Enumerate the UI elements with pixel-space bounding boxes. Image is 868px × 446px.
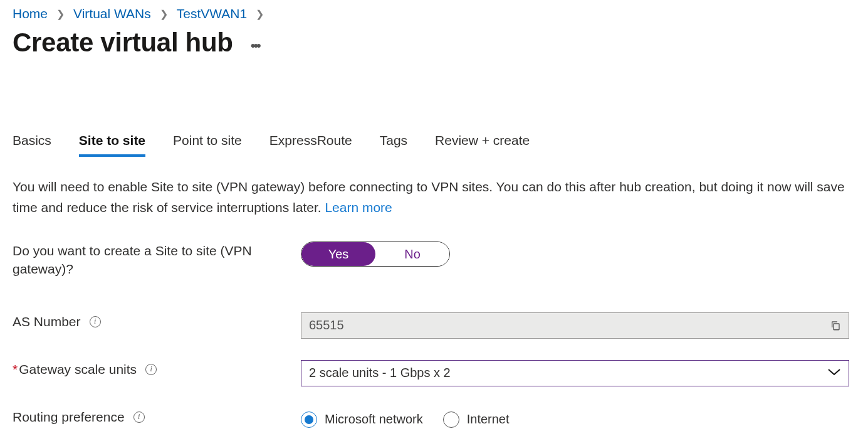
tab-description: You will need to enable Site to site (VP… bbox=[13, 177, 846, 218]
page-title-row: Create virtual hub ••• bbox=[13, 28, 849, 58]
info-icon[interactable]: i bbox=[133, 411, 145, 423]
radio-internet[interactable]: Internet bbox=[443, 411, 510, 428]
breadcrumb-home[interactable]: Home bbox=[13, 6, 48, 21]
toggle-no[interactable]: No bbox=[375, 242, 449, 266]
tab-basics[interactable]: Basics bbox=[13, 133, 51, 157]
tab-expressroute[interactable]: ExpressRoute bbox=[269, 133, 352, 157]
label-as-number: AS Number i bbox=[13, 312, 301, 331]
learn-more-link[interactable]: Learn more bbox=[325, 200, 392, 215]
control-gateway-scale: 2 scale units - 1 Gbps x 2 bbox=[301, 360, 849, 386]
control-create-gateway: Yes No bbox=[301, 242, 849, 267]
description-text: You will need to enable Site to site (VP… bbox=[13, 179, 845, 215]
radio-label: Internet bbox=[467, 412, 510, 427]
as-number-field: 65515 bbox=[301, 312, 849, 339]
label-text: *Gateway scale units bbox=[13, 360, 137, 378]
routing-radio-group: Microsoft network Internet bbox=[301, 411, 849, 428]
page-title: Create virtual hub bbox=[13, 28, 233, 58]
radio-icon bbox=[443, 411, 459, 428]
more-icon[interactable]: ••• bbox=[251, 31, 259, 54]
svg-rect-0 bbox=[834, 324, 839, 330]
row-gateway-scale: *Gateway scale units i 2 scale units - 1… bbox=[13, 360, 849, 386]
toggle-yes[interactable]: Yes bbox=[301, 242, 375, 266]
chevron-right-icon: ❯ bbox=[56, 8, 65, 20]
info-icon[interactable]: i bbox=[90, 316, 101, 327]
tabs: Basics Site to site Point to site Expres… bbox=[13, 133, 849, 157]
label-text: AS Number bbox=[13, 312, 81, 331]
chevron-right-icon: ❯ bbox=[160, 8, 168, 20]
tab-review-create[interactable]: Review + create bbox=[435, 133, 530, 157]
label-create-gateway: Do you want to create a Site to site (VP… bbox=[13, 242, 301, 279]
radio-microsoft-network[interactable]: Microsoft network bbox=[301, 411, 423, 428]
info-icon[interactable]: i bbox=[145, 364, 157, 375]
radio-label: Microsoft network bbox=[325, 412, 423, 427]
toggle-create-gateway[interactable]: Yes No bbox=[301, 242, 450, 267]
row-as-number: AS Number i 65515 bbox=[13, 312, 849, 339]
row-create-gateway: Do you want to create a Site to site (VP… bbox=[13, 242, 849, 279]
copy-icon[interactable] bbox=[830, 320, 841, 331]
chevron-down-icon bbox=[827, 366, 841, 380]
chevron-right-icon: ❯ bbox=[256, 8, 264, 20]
as-number-value: 65515 bbox=[309, 318, 344, 332]
radio-icon bbox=[301, 411, 317, 428]
control-as-number: 65515 bbox=[301, 312, 849, 339]
tab-point-to-site[interactable]: Point to site bbox=[173, 133, 242, 157]
row-routing-preference: Routing preference i Microsoft network I… bbox=[13, 408, 849, 428]
label-text: Do you want to create a Site to site (VP… bbox=[13, 242, 301, 279]
tab-site-to-site[interactable]: Site to site bbox=[79, 133, 145, 157]
gateway-scale-select[interactable]: 2 scale units - 1 Gbps x 2 bbox=[301, 360, 849, 386]
label-text: Routing preference bbox=[13, 408, 125, 426]
breadcrumb-virtual-wans[interactable]: Virtual WANs bbox=[73, 6, 151, 21]
gateway-scale-value: 2 scale units - 1 Gbps x 2 bbox=[309, 366, 451, 380]
breadcrumb: Home ❯ Virtual WANs ❯ TestVWAN1 ❯ bbox=[13, 0, 849, 21]
label-routing-preference: Routing preference i bbox=[13, 408, 301, 426]
breadcrumb-vwan-name[interactable]: TestVWAN1 bbox=[177, 6, 247, 21]
tab-tags[interactable]: Tags bbox=[380, 133, 407, 157]
control-routing-preference: Microsoft network Internet bbox=[301, 408, 849, 428]
label-gateway-scale: *Gateway scale units i bbox=[13, 360, 301, 378]
required-marker: * bbox=[13, 362, 18, 376]
